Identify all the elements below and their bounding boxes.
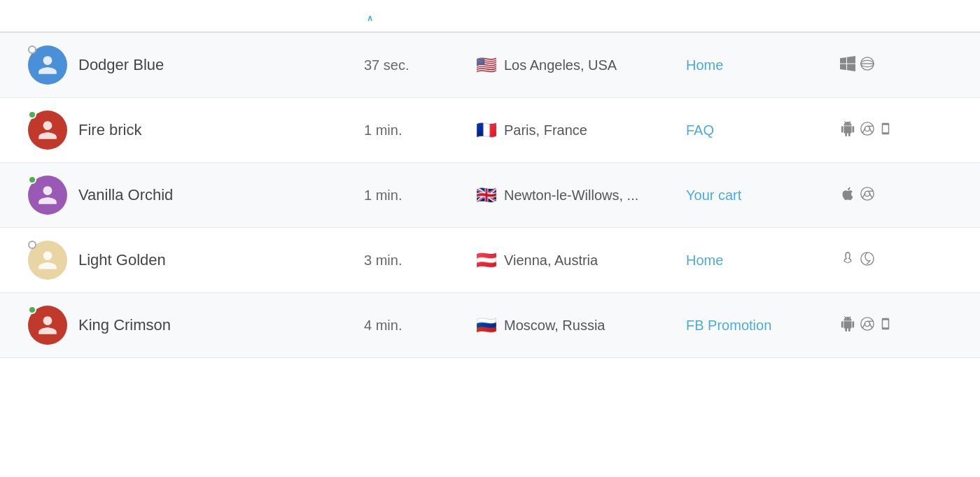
table-header: ∧	[0, 0, 980, 33]
avatar-wrapper	[28, 176, 67, 215]
status-dot	[28, 111, 36, 119]
page-link[interactable]: Your cart	[686, 187, 840, 204]
visitor-cell: Vanilla Orchid	[28, 176, 364, 215]
visitor-name: Light Golden	[78, 251, 166, 269]
col-os[interactable]	[840, 13, 952, 23]
flag-icon: 🇬🇧	[476, 187, 497, 204]
visitors-table: ∧ Dodger Blue 37 sec. 🇺🇸 Los Angeles, US…	[0, 0, 980, 477]
os-cell	[840, 251, 952, 270]
linux-icon	[840, 251, 855, 270]
mobile-icon	[879, 121, 892, 140]
status-dot	[28, 45, 36, 54]
location-cell: 🇫🇷 Paris, France	[476, 122, 686, 138]
online-time: 1 min.	[364, 122, 476, 138]
chrome-icon	[860, 121, 875, 140]
avatar-wrapper	[28, 306, 67, 345]
status-dot	[28, 241, 36, 249]
online-time: 37 sec.	[364, 57, 476, 73]
visitor-name: Vanilla Orchid	[78, 186, 173, 204]
apple-icon	[840, 186, 855, 205]
col-visitor[interactable]	[28, 13, 364, 23]
online-time: 4 min.	[364, 318, 476, 334]
avatar-wrapper	[28, 241, 67, 280]
table-body: Dodger Blue 37 sec. 🇺🇸 Los Angeles, USA …	[0, 33, 980, 358]
svg-point-14	[861, 317, 874, 329]
flag-icon: 🇦🇹	[476, 252, 497, 269]
table-row[interactable]: Dodger Blue 37 sec. 🇺🇸 Los Angeles, USA …	[0, 33, 980, 98]
android-icon	[840, 121, 855, 140]
os-cell	[840, 56, 952, 75]
location-cell: 🇬🇧 Newton-le-Willows, ...	[476, 187, 686, 204]
page-link[interactable]: FAQ	[686, 122, 840, 138]
visitor-cell: Light Golden	[28, 241, 364, 280]
page-link[interactable]: Home	[686, 57, 840, 73]
location-text: Moscow, Russia	[504, 318, 606, 334]
ie-icon	[860, 56, 875, 75]
visitor-name: King Crimson	[78, 316, 171, 334]
visitor-name: Fire brick	[78, 121, 141, 139]
flag-icon: 🇺🇸	[476, 57, 497, 73]
os-cell	[840, 186, 952, 205]
visitor-cell: Fire brick	[28, 111, 364, 150]
svg-point-8	[861, 187, 874, 199]
location-text: Vienna, Austria	[504, 252, 598, 269]
flag-icon: 🇫🇷	[476, 122, 497, 138]
table-row[interactable]: King Crimson 4 min. 🇷🇺 Moscow, Russia FB…	[0, 293, 980, 358]
os-cell	[840, 121, 952, 140]
location-cell: 🇷🇺 Moscow, Russia	[476, 317, 686, 334]
online-time: 3 min.	[364, 252, 476, 269]
table-row[interactable]: Light Golden 3 min. 🇦🇹 Vienna, Austria H…	[0, 228, 980, 293]
table-row[interactable]: Fire brick 1 min. 🇫🇷 Paris, France FAQ	[0, 98, 980, 163]
visitor-cell: Dodger Blue	[28, 45, 364, 85]
location-cell: 🇦🇹 Vienna, Austria	[476, 252, 686, 269]
status-dot	[28, 306, 36, 314]
page-link[interactable]: FB Promotion	[686, 318, 840, 334]
firefox-icon	[860, 251, 875, 270]
mobile-icon	[879, 316, 892, 335]
avatar-wrapper	[28, 45, 67, 85]
windows-icon	[840, 56, 855, 75]
svg-point-9	[864, 191, 869, 196]
os-cell	[840, 316, 952, 335]
table-row[interactable]: Vanilla Orchid 1 min. 🇬🇧 Newton-le-Willo…	[0, 163, 980, 228]
location-cell: 🇺🇸 Los Angeles, USA	[476, 57, 686, 73]
online-time: 1 min.	[364, 187, 476, 204]
svg-point-4	[864, 126, 869, 131]
android-icon	[840, 316, 855, 335]
visitor-cell: King Crimson	[28, 306, 364, 345]
location-text: Paris, France	[504, 122, 587, 138]
chrome-icon	[860, 186, 875, 205]
svg-point-3	[861, 122, 874, 134]
location-text: Newton-le-Willows, ...	[504, 187, 638, 204]
chrome-icon	[860, 316, 875, 335]
status-dot	[28, 176, 36, 184]
visitor-name: Dodger Blue	[78, 56, 164, 74]
flag-icon: 🇷🇺	[476, 317, 497, 334]
page-link[interactable]: Home	[686, 252, 840, 269]
col-page[interactable]	[686, 13, 840, 23]
col-online[interactable]: ∧	[364, 13, 476, 23]
location-text: Los Angeles, USA	[504, 57, 617, 73]
col-location[interactable]	[476, 13, 686, 23]
avatar-wrapper	[28, 111, 67, 150]
sort-arrow-icon: ∧	[367, 13, 374, 23]
svg-point-15	[864, 321, 869, 326]
